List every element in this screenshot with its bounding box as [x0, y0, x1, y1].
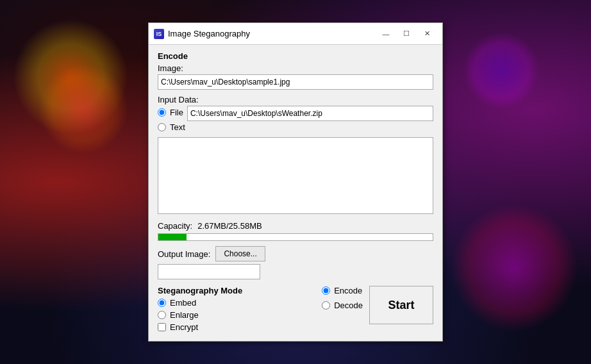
text-radio-label[interactable]: Text — [158, 122, 433, 132]
input-data-section: Input Data: File Text — [158, 95, 433, 216]
image-label: Image: — [158, 63, 433, 73]
title-bar-left: IS Image Steganography — [154, 29, 250, 39]
main-window: IS Image Steganography — ☐ ✕ Encode Imag… — [148, 22, 443, 342]
app-icon: IS — [154, 29, 164, 39]
embed-radio[interactable] — [158, 299, 166, 307]
text-radio[interactable] — [158, 123, 166, 131]
encode-radio[interactable] — [322, 286, 330, 295]
embed-radio-label[interactable]: Embed — [158, 298, 310, 308]
output-path-input[interactable] — [158, 264, 260, 279]
capacity-row: Capacity: 2.67MB/25.58MB — [158, 221, 433, 231]
encode-decode-section: Encode Decode — [322, 286, 363, 313]
title-bar: IS Image Steganography — ☐ ✕ — [149, 23, 442, 45]
minimize-button[interactable]: — — [376, 26, 396, 42]
output-row: Output Image: Choose... — [158, 246, 433, 261]
window-content: Encode Image: Input Data: File Text Capa… — [149, 45, 442, 341]
capacity-value: 2.67MB/25.58MB — [197, 221, 262, 231]
window-controls: — ☐ ✕ — [376, 26, 437, 42]
encode-section-label: Encode — [158, 51, 433, 61]
file-path-input[interactable] — [187, 106, 433, 121]
encrypt-checkbox-label[interactable]: Encrypt — [158, 322, 310, 332]
window-title: Image Steganography — [168, 29, 250, 38]
enlarge-radio[interactable] — [158, 311, 166, 319]
file-radio-label[interactable]: File — [158, 108, 183, 117]
bottom-section: Steganography Mode Embed Enlarge Encrypt — [158, 286, 433, 332]
file-input-row: File — [158, 106, 433, 121]
input-data-label: Input Data: — [158, 95, 433, 104]
steg-mode-section: Steganography Mode Embed Enlarge Encrypt — [158, 286, 310, 332]
image-path-input[interactable] — [158, 74, 433, 90]
maximize-button[interactable]: ☐ — [396, 26, 417, 42]
progress-bar-fill — [158, 234, 187, 240]
choose-button[interactable]: Choose... — [215, 246, 265, 261]
progress-bar-container — [158, 233, 433, 241]
text-textarea[interactable] — [158, 137, 433, 214]
capacity-label: Capacity: — [158, 221, 192, 231]
decode-radio-label[interactable]: Decode — [322, 301, 363, 310]
start-button[interactable]: Start — [369, 286, 433, 324]
encode-radio-label[interactable]: Encode — [322, 286, 363, 295]
encrypt-checkbox[interactable] — [158, 323, 166, 331]
decode-radio[interactable] — [322, 301, 330, 310]
output-label: Output Image: — [158, 249, 210, 259]
close-button[interactable]: ✕ — [417, 26, 437, 42]
file-radio[interactable] — [158, 108, 166, 117]
enlarge-radio-label[interactable]: Enlarge — [158, 310, 310, 320]
steg-mode-label: Steganography Mode — [158, 286, 310, 295]
bottom-right: Encode Decode Start — [317, 286, 433, 324]
